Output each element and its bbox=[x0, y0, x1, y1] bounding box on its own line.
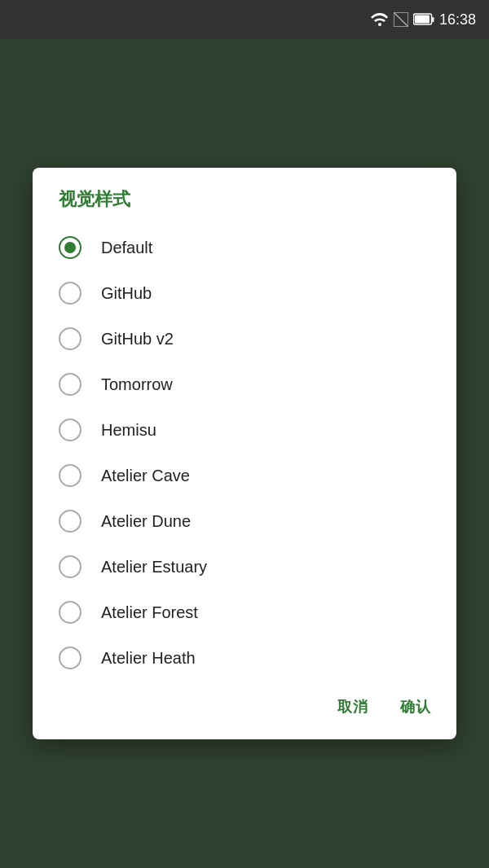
radio-label-atelier-cave: Atelier Cave bbox=[101, 467, 190, 485]
radio-circle-atelier-dune bbox=[59, 510, 82, 533]
radio-item-atelier-estuary[interactable]: Atelier Estuary bbox=[46, 544, 443, 590]
radio-item-default[interactable]: Default bbox=[46, 225, 443, 270]
cancel-button[interactable]: 取消 bbox=[331, 690, 374, 723]
radio-label-hemisu: Hemisu bbox=[101, 421, 156, 440]
radio-item-atelier-forest[interactable]: Atelier Forest bbox=[46, 590, 443, 635]
radio-item-github[interactable]: GitHub bbox=[46, 270, 443, 316]
radio-circle-github-v2 bbox=[59, 327, 82, 350]
dialog-overlay: 视觉样式 DefaultGitHubGitHub v2TomorrowHemis… bbox=[0, 39, 489, 868]
status-bar: 16:38 bbox=[0, 0, 489, 39]
radio-circle-github bbox=[59, 282, 82, 305]
radio-circle-default bbox=[59, 236, 82, 259]
radio-label-tomorrow: Tomorrow bbox=[101, 375, 173, 394]
radio-label-default: Default bbox=[101, 239, 152, 257]
battery-icon bbox=[413, 13, 434, 26]
confirm-button[interactable]: 确认 bbox=[394, 690, 437, 723]
radio-circle-hemisu bbox=[59, 419, 82, 441]
radio-label-github-v2: GitHub v2 bbox=[101, 330, 174, 349]
visual-style-dialog: 视觉样式 DefaultGitHubGitHub v2TomorrowHemis… bbox=[33, 168, 456, 739]
radio-item-atelier-cave[interactable]: Atelier Cave bbox=[46, 453, 443, 498]
status-icons: 16:38 bbox=[371, 11, 476, 28]
svg-point-0 bbox=[378, 23, 381, 26]
radio-item-tomorrow[interactable]: Tomorrow bbox=[46, 362, 443, 407]
radio-circle-atelier-cave bbox=[59, 464, 82, 487]
radio-label-github: GitHub bbox=[101, 284, 152, 303]
wifi-icon bbox=[371, 13, 389, 26]
signal-icon bbox=[394, 12, 408, 27]
radio-item-atelier-heath[interactable]: Atelier Heath bbox=[46, 635, 443, 681]
radio-label-atelier-estuary: Atelier Estuary bbox=[101, 558, 207, 576]
svg-rect-5 bbox=[415, 15, 430, 24]
radio-circle-atelier-heath bbox=[59, 647, 82, 669]
radio-circle-atelier-forest bbox=[59, 601, 82, 624]
radio-item-hemisu[interactable]: Hemisu bbox=[46, 407, 443, 453]
svg-rect-4 bbox=[431, 17, 434, 22]
radio-item-github-v2[interactable]: GitHub v2 bbox=[46, 316, 443, 362]
radio-circle-tomorrow bbox=[59, 373, 82, 396]
dialog-actions: 取消 确认 bbox=[33, 681, 456, 739]
radio-label-atelier-dune: Atelier Dune bbox=[101, 512, 191, 531]
dialog-title: 视觉样式 bbox=[33, 168, 456, 225]
radio-label-atelier-heath: Atelier Heath bbox=[101, 649, 196, 668]
radio-item-atelier-dune[interactable]: Atelier Dune bbox=[46, 498, 443, 544]
status-time: 16:38 bbox=[439, 11, 476, 28]
dialog-options: DefaultGitHubGitHub v2TomorrowHemisuAtel… bbox=[33, 225, 456, 681]
radio-circle-atelier-estuary bbox=[59, 555, 82, 578]
radio-label-atelier-forest: Atelier Forest bbox=[101, 603, 198, 622]
svg-line-2 bbox=[394, 13, 408, 26]
